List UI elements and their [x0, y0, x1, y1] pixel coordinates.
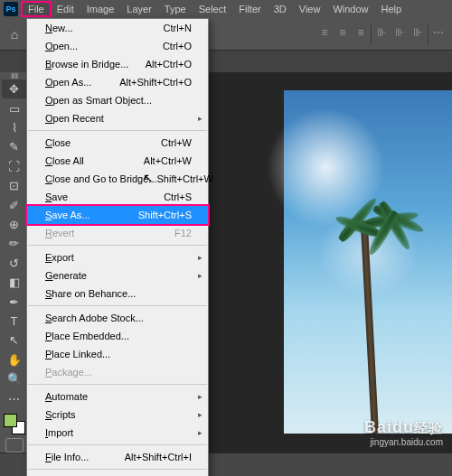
menu-separator — [28, 305, 207, 306]
menu-window[interactable]: Window — [326, 2, 374, 16]
crop-tool[interactable]: ⛶ — [2, 157, 27, 176]
menu-filter[interactable]: Filter — [232, 2, 267, 16]
menu-item-save-as[interactable]: Save As...Shift+Ctrl+S — [27, 206, 208, 224]
menu-item-automate[interactable]: Automate — [27, 387, 208, 406]
gradient-tool[interactable]: ◧ — [2, 273, 27, 292]
distribute-icon[interactable]: ⊪ — [391, 24, 408, 41]
distribute-icon[interactable]: ⊪ — [410, 24, 426, 41]
marquee-tool[interactable]: ▭ — [2, 98, 27, 117]
menu-item-open[interactable]: Open...Ctrl+O — [27, 37, 208, 55]
menu-item-print[interactable]: Print...Ctrl+P — [27, 472, 208, 476]
menu-view[interactable]: View — [293, 2, 327, 16]
menu-file[interactable]: File — [22, 2, 51, 16]
separator — [428, 24, 428, 44]
menu-item-place-linked[interactable]: Place Linked... — [27, 345, 208, 363]
menu-item-save[interactable]: SaveCtrl+S — [27, 188, 208, 206]
menu-item-browse-in-bridge[interactable]: Browse in Bridge...Alt+Ctrl+O — [27, 55, 208, 73]
quick-select-tool[interactable]: ✎ — [2, 137, 27, 156]
hand-tool[interactable]: ✋ — [2, 350, 27, 369]
eyedropper-tool[interactable]: ✐ — [2, 195, 27, 214]
align-buttons: ≡ ≡ ≡ ⊪ ⊪ ⊪ ⋯ — [316, 24, 447, 44]
history-brush-tool[interactable]: ↺ — [2, 254, 27, 273]
menu-bar: Ps File Edit Image Layer Type Select Fil… — [0, 0, 452, 18]
pen-tool[interactable]: ✒ — [2, 292, 27, 311]
menu-item-new[interactable]: New...Ctrl+N — [27, 19, 208, 37]
home-icon[interactable]: ⌂ — [5, 25, 24, 43]
type-tool[interactable]: T — [2, 312, 27, 331]
menu-item-export[interactable]: Export — [27, 248, 208, 266]
move-tool[interactable]: ✥ — [2, 79, 27, 98]
menu-help[interactable]: Help — [375, 2, 409, 16]
align-icon[interactable]: ≡ — [334, 24, 351, 41]
distribute-icon[interactable]: ⊪ — [373, 24, 390, 41]
menu-layer[interactable]: Layer — [120, 2, 158, 16]
foreground-color[interactable] — [4, 414, 17, 427]
tools-panel: ▮▮ ✥ ▭ ⌇ ✎ ⛶ ⊡ ✐ ⊕ ✏ ↺ ◧ ✒ T ↖ ✋ 🔍 ⋯ — [0, 72, 29, 453]
menu-item-revert: RevertF12 — [27, 224, 208, 242]
separator — [371, 24, 372, 44]
menu-item-file-info[interactable]: File Info...Alt+Shift+Ctrl+I — [27, 448, 208, 466]
align-icon[interactable]: ≡ — [353, 24, 369, 41]
watermark-brand-cn: 经验 — [414, 420, 443, 435]
frame-tool[interactable]: ⊡ — [2, 176, 27, 195]
menu-item-share-on-behance[interactable]: Share on Behance... — [27, 285, 208, 303]
menu-separator — [28, 469, 207, 470]
menu-item-search-adobe-stock[interactable]: Search Adobe Stock... — [27, 309, 208, 327]
brush-tool[interactable]: ✏ — [2, 234, 27, 253]
edit-toolbar[interactable]: ⋯ — [2, 389, 27, 408]
more-icon[interactable]: ⋯ — [430, 24, 447, 41]
path-tool[interactable]: ↖ — [2, 331, 27, 350]
watermark-url: jingyan.baidu.com — [364, 437, 443, 447]
menu-image[interactable]: Image — [80, 2, 121, 16]
menu-separator — [28, 384, 207, 385]
menu-item-open-recent[interactable]: Open Recent — [27, 109, 208, 127]
menu-type[interactable]: Type — [158, 2, 193, 16]
panel-grip-icon[interactable]: ▮▮ — [11, 74, 18, 78]
menu-select[interactable]: Select — [193, 2, 233, 16]
menu-item-close[interactable]: CloseCtrl+W — [27, 134, 208, 152]
menu-item-close-and-go-to-bridge[interactable]: Close and Go to Bridge...Shift+Ctrl+W — [27, 170, 208, 188]
menu-separator — [28, 130, 207, 131]
watermark: Baidu经验 jingyan.baidu.com — [364, 418, 443, 447]
align-icon[interactable]: ≡ — [316, 24, 333, 41]
lasso-tool[interactable]: ⌇ — [2, 118, 27, 137]
menu-edit[interactable]: Edit — [51, 2, 80, 16]
menu-item-close-all[interactable]: Close AllAlt+Ctrl+W — [27, 152, 208, 170]
quick-mask-icon[interactable] — [5, 438, 24, 453]
menu-3d[interactable]: 3D — [268, 2, 293, 16]
menu-item-scripts[interactable]: Scripts — [27, 406, 208, 424]
menu-item-open-as[interactable]: Open As...Alt+Shift+Ctrl+O — [27, 73, 208, 91]
menu-item-import[interactable]: Import — [27, 424, 208, 442]
menu-separator — [28, 444, 207, 445]
color-swatches[interactable] — [4, 414, 25, 434]
healing-tool[interactable]: ⊕ — [2, 215, 27, 234]
menu-separator — [28, 245, 207, 246]
menu-item-generate[interactable]: Generate — [27, 266, 208, 285]
menu-item-place-embedded[interactable]: Place Embedded... — [27, 327, 208, 345]
photoshop-logo: Ps — [4, 2, 18, 16]
menu-item-open-as-smart-object[interactable]: Open as Smart Object... — [27, 91, 208, 109]
menu-item-package: Package... — [27, 363, 208, 381]
file-dropdown-menu: New...Ctrl+NOpen...Ctrl+OBrowse in Bridg… — [26, 18, 209, 476]
watermark-brand: Baidu — [364, 418, 414, 436]
zoom-tool[interactable]: 🔍 — [2, 369, 27, 388]
document-image — [284, 90, 452, 434]
